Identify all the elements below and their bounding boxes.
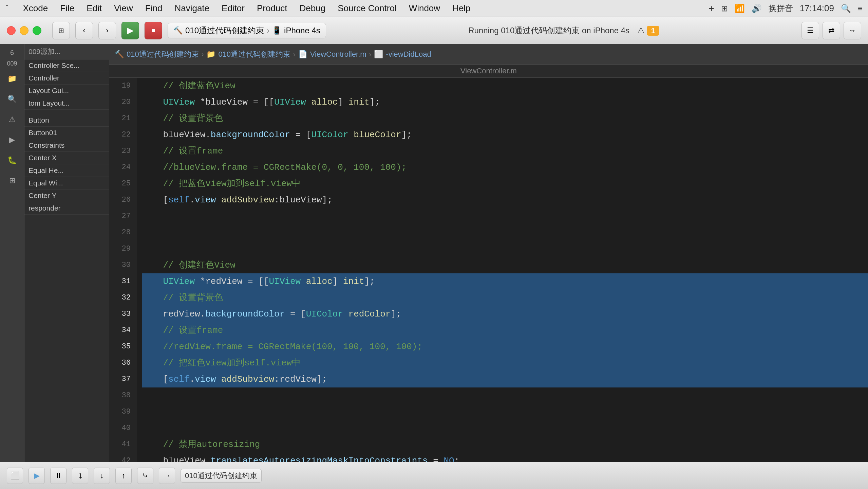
menu-source-control[interactable]: Source Control [332, 2, 402, 15]
code-line-37: [ self . view addSubview :redView]; [142, 371, 868, 387]
location-btn[interactable]: → [159, 468, 175, 484]
sidebar-icon-warning[interactable]: ⚠ [3, 110, 22, 129]
stop-button[interactable]: ■ [145, 22, 162, 39]
sidebar-icon-debug[interactable]: 🐛 [3, 151, 22, 170]
code-line-24: //blueView.frame = CGRectMake(0, 0, 100,… [142, 159, 868, 176]
breadcrumb-item-2[interactable]: 010通过代码创建约束 [218, 49, 290, 59]
menu-navigate[interactable]: Navigate [168, 2, 215, 15]
menu-product[interactable]: Product [251, 2, 294, 15]
debug-btn[interactable]: ⤷ [137, 468, 153, 484]
line-38: 38 [112, 387, 131, 404]
left-item-button[interactable]: Button [24, 114, 109, 127]
breadcrumb-icon-1: 🔨 [115, 50, 124, 59]
left-item-center-y[interactable]: Center Y [24, 189, 109, 202]
step-over-btn[interactable]: ⤵ [72, 468, 88, 484]
code-container: 19 20 21 22 23 24 25 26 27 28 29 30 31 3… [109, 78, 868, 462]
project-label: 010通过代码创建约束 [181, 469, 262, 483]
menu-file[interactable]: File [54, 2, 80, 15]
warning-badge: 1 [647, 26, 659, 36]
bottom-bar: ⬜ ▶ ⏸ ⤵ ↓ ↑ ⤷ → 010通过代码创建约束 [0, 462, 868, 489]
line-32: 32 [112, 290, 131, 306]
scheme-name: 010通过代码创建约束 [185, 25, 264, 36]
menu-view[interactable]: View [108, 2, 139, 15]
step-out-btn[interactable]: ↑ [115, 468, 132, 484]
left-panel-header: 009源加... [24, 44, 109, 59]
maximize-button[interactable] [33, 26, 41, 35]
close-button[interactable] [7, 26, 16, 35]
code-line-38 [142, 387, 868, 404]
menu-debug[interactable]: Debug [294, 2, 332, 15]
scheme-selector[interactable]: 🔨 010通过代码创建约束 › 📱 iPhone 4s [168, 23, 326, 38]
forward-button[interactable]: › [98, 22, 116, 39]
left-item-button01[interactable]: Button01 [24, 127, 109, 139]
menu-window[interactable]: Window [403, 2, 446, 15]
left-item-layout-guide[interactable]: Layout Gui... [24, 85, 109, 97]
code-area[interactable]: 19 20 21 22 23 24 25 26 27 28 29 30 31 3… [109, 78, 868, 462]
breadcrumb-item-3[interactable]: ViewController.m [310, 50, 366, 59]
line-22: 22 [112, 127, 131, 143]
apple-logo-icon[interactable]:  [5, 3, 9, 14]
code-editor[interactable]: // 创建蓝色View UIView * blueView = [[ UIVie… [136, 78, 868, 462]
plus-icon[interactable]: + [709, 3, 714, 14]
menu-bar:  Xcode File Edit View Find Navigate Edi… [0, 0, 868, 17]
left-item-controller[interactable]: Controller [24, 72, 109, 85]
code-line-42: blueView . translatesAutoresizingMaskInt… [142, 453, 868, 462]
layout-btn-1[interactable]: ☰ [801, 22, 819, 39]
sidebar-icon-test[interactable]: ▶ [3, 130, 22, 149]
sidebar-icon-search[interactable]: 🔍 [3, 90, 22, 109]
console-btn[interactable]: ⬜ [7, 468, 23, 484]
nav-icon-1[interactable]: ⊞ [52, 22, 70, 39]
menu-xcode[interactable]: Xcode [17, 2, 54, 15]
code-line-31: UIView * redView = [[ UIView alloc ] ini… [142, 273, 868, 290]
menu-edit[interactable]: Edit [80, 2, 108, 15]
breadcrumb-item-4[interactable]: -viewDidLoad [386, 50, 431, 59]
toolbar: ⊞ ‹ › ▶ ■ 🔨 010通过代码创建约束 › 📱 iPhone 4s Ru… [0, 17, 868, 44]
left-item-tom-layout[interactable]: tom Layout... [24, 97, 109, 110]
spotlight-icon[interactable]: 🔍 [841, 4, 851, 13]
notification-icon[interactable]: ≡ [858, 4, 863, 13]
sidebar: 6 009 📁 🔍 ⚠ ▶ 🐛 ⊞ [0, 44, 24, 462]
run-button[interactable]: ▶ [121, 22, 139, 39]
line-26: 26 [112, 192, 131, 208]
breadcrumb-item-1[interactable]: 010通过代码创建约束 [127, 49, 199, 59]
left-item-equal-width[interactable]: Equal Wi... [24, 177, 109, 189]
toolbar-right: ☰ ⇄ ↔ [801, 22, 861, 39]
breadcrumb-sep-3: › [369, 50, 372, 58]
line-37: 37 [112, 371, 131, 387]
line-41: 41 [112, 436, 131, 453]
traffic-lights [7, 26, 41, 35]
left-item-center-x[interactable]: Center X [24, 152, 109, 164]
back-button[interactable]: ‹ [75, 22, 93, 39]
menu-find[interactable]: Find [139, 2, 169, 15]
left-item-controller-scene[interactable]: Controller Sce... [24, 59, 109, 72]
line-28: 28 [112, 224, 131, 241]
left-item-constraints[interactable]: Constraints [24, 139, 109, 152]
sidebar-icon-folder[interactable]: 📁 [3, 69, 22, 88]
play-btn[interactable]: ▶ [29, 468, 45, 484]
left-panel: 009源加... Controller Sce... Controller La… [24, 44, 109, 462]
line-29: 29 [112, 241, 131, 257]
minimize-button[interactable] [20, 26, 29, 35]
breadcrumb-sep-1: › [202, 50, 204, 58]
line-20: 20 [112, 94, 131, 110]
left-item-equal-height[interactable]: Equal He... [24, 164, 109, 177]
left-item-responder[interactable]: responder [24, 202, 109, 215]
code-line-27 [142, 208, 868, 224]
line-30: 30 [112, 257, 131, 273]
screen-icon[interactable]: ⊞ [721, 4, 728, 13]
wifi-icon[interactable]: 📶 [735, 4, 745, 13]
layout-btn-2[interactable]: ⇄ [823, 22, 840, 39]
pause-btn[interactable]: ⏸ [50, 468, 67, 484]
menu-help[interactable]: Help [446, 2, 476, 15]
line-24: 24 [112, 159, 131, 176]
code-line-32: // 设置背景色 [142, 290, 868, 306]
step-in-btn[interactable]: ↓ [94, 468, 110, 484]
menu-editor[interactable]: Editor [215, 2, 251, 15]
code-line-34: // 设置frame [142, 322, 868, 339]
layout-btn-3[interactable]: ↔ [844, 22, 861, 39]
code-line-30: // 创建红色View [142, 257, 868, 273]
volume-icon[interactable]: 🔊 [752, 4, 762, 13]
sidebar-icon-source[interactable]: ⊞ [3, 171, 22, 190]
code-line-29 [142, 241, 868, 257]
code-line-22: blueView . backgroundColor = [ UIColor b… [142, 127, 868, 143]
